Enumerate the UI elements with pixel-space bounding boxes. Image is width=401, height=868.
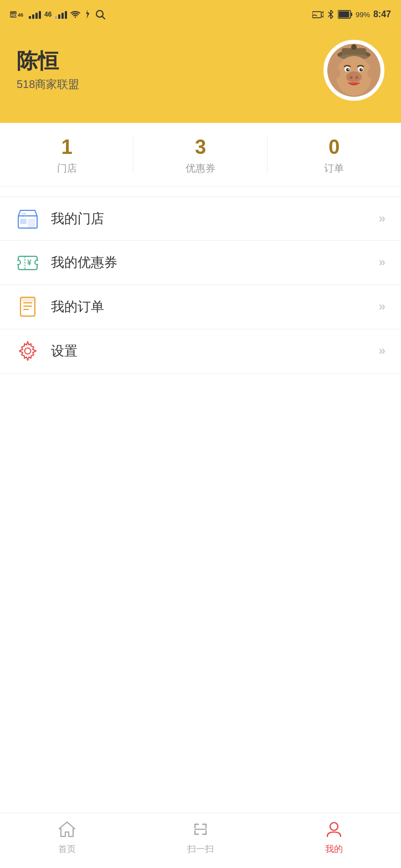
signal-icon [29,10,41,19]
search-icon[interactable] [95,9,106,20]
svg-point-34 [17,260,20,265]
menu-settings-arrow: » [379,344,385,358]
tab-scan[interactable]: 扫一扫 [133,821,267,861]
svg-point-32 [22,215,24,216]
svg-point-31 [24,213,26,214]
svg-point-20 [361,69,362,70]
svg-text:¥: ¥ [27,258,32,267]
signal2-icon [55,10,67,19]
svg-rect-42 [20,297,35,302]
svg-rect-5 [312,12,321,18]
bluetooth-icon [327,10,335,19]
stat-coupon-number: 3 [133,136,267,158]
menu-item-store[interactable]: 我的门店 » [0,197,401,241]
menu-section: 我的门店 » ¥ 我的优惠券 » [0,197,401,374]
home-icon [58,821,76,840]
svg-rect-27 [20,219,26,224]
user-name: 陈恒 [17,49,79,74]
tab-mine[interactable]: 我的 [268,821,401,861]
svg-rect-28 [28,219,35,228]
menu-order-arrow: » [379,299,385,314]
menu-store-arrow: » [379,211,385,226]
tab-mine-label: 我的 [325,844,343,855]
wifi-icon [70,10,80,19]
battery-icon [338,10,352,19]
stats-row: 1 门店 3 优惠券 0 订单 [0,123,401,187]
tab-home-label: 首页 [58,844,76,855]
svg-point-43 [25,348,31,354]
avatar-image [326,43,382,98]
status-left: HD 46 46 [10,9,106,20]
tab-home[interactable]: 首页 [0,821,133,861]
battery-percent: 99% [356,11,370,19]
menu-order-label: 我的订单 [51,298,379,316]
svg-rect-7 [351,13,352,16]
svg-text:46: 46 [18,12,23,18]
svg-point-45 [330,823,338,830]
stat-coupon[interactable]: 3 优惠券 [133,123,267,186]
cast-icon [312,10,323,19]
svg-point-23 [356,76,358,79]
hd-icon: HD 46 [10,10,25,19]
svg-point-25 [367,68,378,79]
settings-icon [16,339,40,363]
store-icon [16,206,40,231]
tab-scan-label: 扫一扫 [187,844,214,855]
coupon-icon: ¥ [16,250,40,275]
stat-order-number: 0 [268,136,401,158]
svg-rect-8 [338,12,349,18]
order-icon [16,294,40,319]
svg-point-35 [35,260,38,265]
svg-point-18 [359,68,363,71]
stat-store-number: 1 [0,136,133,158]
stat-coupon-label: 优惠券 [133,162,267,175]
menu-store-label: 我的门店 [51,210,379,228]
svg-line-4 [102,17,105,19]
network-label: 46 [44,11,52,18]
time-display: 8:47 [373,9,391,19]
menu-coupon-arrow: » [379,255,385,270]
avatar[interactable] [323,40,384,101]
profile-header: 陈恒 518商家联盟 [0,29,401,123]
status-right: 99% 8:47 [312,9,391,19]
stat-store[interactable]: 1 门店 [0,123,133,186]
svg-point-21 [346,71,362,82]
menu-item-settings[interactable]: 设置 » [0,329,401,374]
status-bar: HD 46 46 [0,0,401,29]
mine-icon [325,821,343,840]
svg-text:HD: HD [11,13,17,18]
svg-point-17 [346,68,349,71]
svg-point-13 [351,44,357,50]
scan-icon [192,821,209,840]
tab-bar: 首页 扫一扫 我的 [0,813,401,868]
stat-order-label: 订单 [268,162,401,175]
svg-point-24 [330,68,341,79]
charge-icon [84,10,91,19]
svg-point-30 [22,213,24,214]
menu-settings-label: 设置 [51,342,379,360]
menu-item-order[interactable]: 我的订单 » [0,285,401,329]
svg-point-22 [350,76,353,79]
stat-order[interactable]: 0 订单 [268,123,401,186]
user-subtitle: 518商家联盟 [17,77,79,92]
svg-point-19 [348,69,349,70]
user-info: 陈恒 518商家联盟 [17,49,79,92]
menu-coupon-label: 我的优惠券 [51,254,379,271]
stat-store-label: 门店 [0,162,133,175]
menu-item-coupon[interactable]: ¥ 我的优惠券 » [0,241,401,285]
